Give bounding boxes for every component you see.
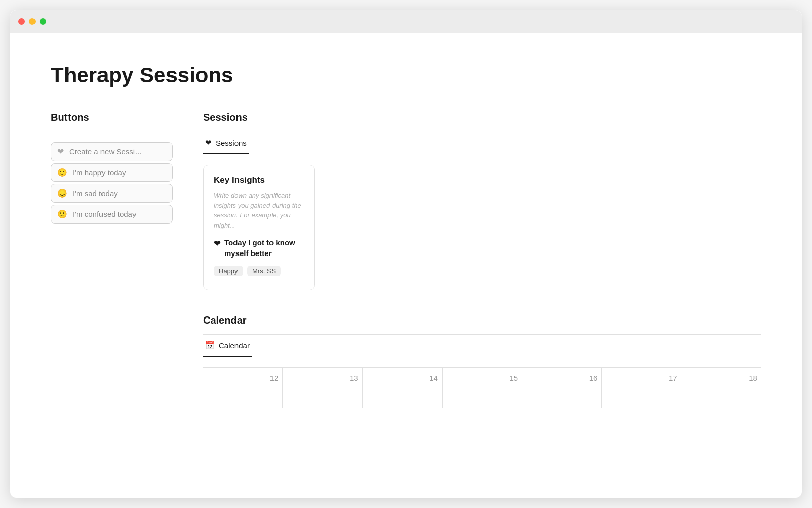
- card-description: Write down any significant insights you …: [214, 190, 304, 230]
- cal-col-14: 14: [363, 368, 443, 408]
- happy-icon: 🙂: [57, 168, 67, 177]
- cal-col-13: 13: [283, 368, 362, 408]
- cal-col-17: 17: [602, 368, 682, 408]
- calendar-grid: 12 13 14 15 16: [203, 367, 761, 408]
- cal-col-16: 16: [522, 368, 602, 408]
- card-insight: ❤ Today I got to know myself better: [214, 237, 304, 259]
- cal-day-18: 18: [686, 374, 757, 383]
- buttons-column: Buttons ❤ Create a new Sessi... 🙂 I'm ha…: [51, 112, 173, 224]
- right-column: Sessions ❤ Sessions Key Insights Write d…: [203, 112, 761, 408]
- sessions-tab-bar: ❤ Sessions: [203, 132, 761, 154]
- heart-icon: ❤: [57, 147, 64, 156]
- card-title: Key Insights: [214, 175, 304, 185]
- confused-label: I'm confused today: [73, 210, 136, 218]
- app-window: Therapy Sessions Buttons ❤ Create a new …: [10, 10, 802, 498]
- happy-label: I'm happy today: [73, 168, 126, 177]
- confused-button[interactable]: 😕 I'm confused today: [51, 205, 173, 224]
- button-list: ❤ Create a new Sessi... 🙂 I'm happy toda…: [51, 142, 173, 224]
- calendar-icon: 📅: [205, 341, 215, 350]
- cal-day-16: 16: [526, 374, 597, 383]
- minimize-button[interactable]: [29, 18, 36, 25]
- calendar-heading: Calendar: [203, 314, 761, 326]
- sad-icon: 😞: [57, 188, 67, 198]
- page-content: Therapy Sessions Buttons ❤ Create a new …: [10, 33, 802, 429]
- calendar-tab-label: Calendar: [219, 341, 250, 350]
- maximize-button[interactable]: [40, 18, 46, 25]
- cal-col-12: 12: [203, 368, 283, 408]
- cal-col-15: 15: [443, 368, 522, 408]
- calendar-section: Calendar 📅 Calendar 12 13: [203, 314, 761, 408]
- cal-day-15: 15: [447, 374, 518, 383]
- page-title: Therapy Sessions: [51, 63, 761, 87]
- card-tags: Happy Mrs. SS: [214, 266, 304, 279]
- happy-button[interactable]: 🙂 I'm happy today: [51, 163, 173, 182]
- calendar-tab[interactable]: 📅 Calendar: [203, 335, 252, 357]
- sessions-section: Sessions ❤ Sessions Key Insights Write d…: [203, 112, 761, 290]
- titlebar: [10, 10, 802, 33]
- cal-day-12: 12: [207, 374, 278, 383]
- main-layout: Buttons ❤ Create a new Sessi... 🙂 I'm ha…: [51, 112, 761, 408]
- buttons-divider: [51, 132, 173, 132]
- calendar-tab-bar: 📅 Calendar: [203, 335, 761, 357]
- insight-heart-icon: ❤: [214, 238, 220, 249]
- tag-happy: Happy: [214, 266, 243, 276]
- close-button[interactable]: [18, 18, 25, 25]
- create-session-label: Create a new Sessi...: [69, 147, 142, 156]
- sad-button[interactable]: 😞 I'm sad today: [51, 184, 173, 203]
- cal-col-18: 18: [682, 368, 761, 408]
- cal-day-17: 17: [606, 374, 677, 383]
- insight-text: Today I got to know myself better: [224, 237, 304, 259]
- sessions-tab[interactable]: ❤ Sessions: [203, 132, 249, 154]
- sessions-heading: Sessions: [203, 112, 761, 123]
- buttons-heading: Buttons: [51, 112, 173, 123]
- cal-day-13: 13: [287, 374, 358, 383]
- create-session-button[interactable]: ❤ Create a new Sessi...: [51, 142, 173, 161]
- confused-icon: 😕: [57, 209, 67, 219]
- sad-label: I'm sad today: [73, 189, 118, 198]
- cal-day-14: 14: [367, 374, 438, 383]
- sessions-tab-label: Sessions: [216, 139, 247, 147]
- sessions-tab-icon: ❤: [205, 138, 212, 147]
- tag-therapist: Mrs. SS: [247, 266, 281, 276]
- session-card: Key Insights Write down any significant …: [203, 165, 315, 290]
